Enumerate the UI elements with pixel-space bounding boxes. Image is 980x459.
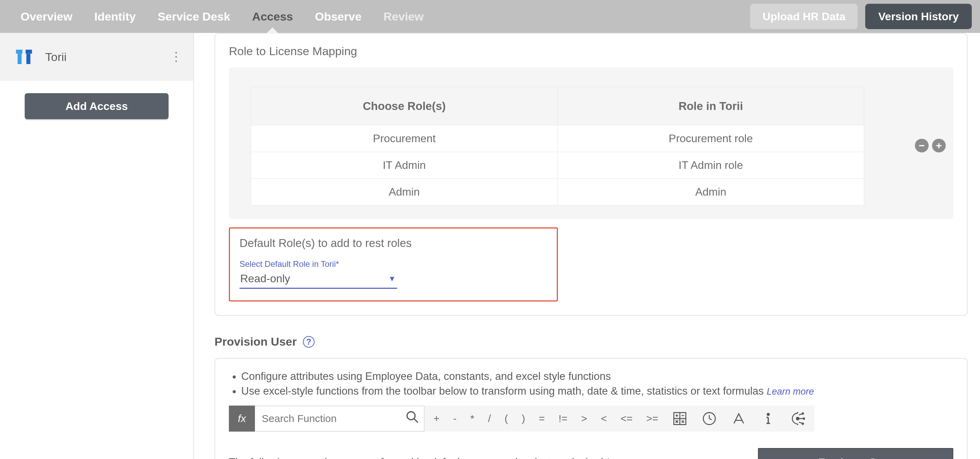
col-role-in-torii: Role in Torii — [557, 87, 864, 125]
svg-point-31 — [803, 418, 805, 419]
add-row-icon[interactable]: + — [932, 139, 946, 152]
sidebar-app-name: Torii — [45, 50, 162, 64]
search-icon[interactable] — [406, 410, 419, 427]
op-lte[interactable]: <= — [620, 413, 633, 424]
cell-left: Admin — [251, 179, 558, 205]
role-mapping-box: Choose Role(s) Role in Torii Procurement… — [229, 67, 953, 219]
provision-title: Provision User — [215, 335, 297, 348]
cell-right: IT Admin role — [557, 152, 864, 179]
role-mapping-title: Role to License Mapping — [229, 44, 953, 58]
top-actions: Upload HR Data Version History — [750, 4, 972, 29]
table-row[interactable]: Admin Admin — [251, 179, 864, 205]
top-nav: Overview Identity Service Desk Access Ob… — [0, 0, 980, 33]
provision-note: The following operations are performed b… — [229, 456, 610, 459]
function-search-input[interactable] — [262, 413, 401, 424]
default-role-select[interactable]: Read-only ▼ — [240, 271, 397, 289]
tab-access[interactable]: Access — [250, 1, 296, 32]
tab-identity[interactable]: Identity — [91, 1, 138, 32]
cell-left: IT Admin — [251, 152, 558, 179]
fx-icon: fx — [229, 405, 255, 432]
bullet-text: Use excel-style functions from the toolb… — [241, 385, 764, 397]
svg-rect-0 — [16, 50, 22, 54]
help-icon[interactable]: ? — [303, 336, 315, 348]
kebab-menu-icon[interactable]: ⋮ — [170, 51, 182, 63]
provision-bullets: Configure attributes using Employee Data… — [229, 369, 953, 399]
tab-service-desk[interactable]: Service Desk — [155, 1, 233, 32]
cell-left: Procurement — [251, 125, 558, 152]
default-role-value: Read-only — [240, 272, 290, 285]
employee-data-button[interactable]: Employee Data — [758, 448, 953, 459]
svg-rect-3 — [26, 54, 30, 64]
provision-header: Provision User ? — [215, 335, 968, 348]
tab-observe[interactable]: Observe — [312, 1, 364, 32]
svg-point-32 — [802, 423, 803, 424]
col-choose-roles: Choose Role(s) — [251, 87, 558, 125]
sidebar-app-row[interactable]: Torii ⋮ — [0, 33, 193, 81]
operator-strip: + - * / ( ) = != > < <= >= — [425, 405, 815, 432]
upload-hr-data-button[interactable]: Upload HR Data — [750, 4, 858, 29]
svg-point-20 — [767, 413, 769, 416]
math-icon[interactable] — [672, 411, 688, 426]
cell-right: Admin — [557, 179, 864, 205]
caret-down-icon: ▼ — [388, 274, 396, 283]
row-controls: − + — [915, 139, 946, 152]
svg-rect-1 — [26, 50, 32, 54]
op-eq[interactable]: = — [539, 413, 545, 424]
svg-point-24 — [796, 417, 799, 420]
svg-line-5 — [414, 419, 418, 423]
table-row[interactable]: IT Admin IT Admin role — [251, 152, 864, 179]
main-panel: Role to License Mapping Choose Role(s) R… — [194, 33, 980, 459]
sidebar: Torii ⋮ Add Access — [0, 33, 194, 459]
op-lparen[interactable]: ( — [505, 413, 508, 424]
add-access-button[interactable]: Add Access — [25, 93, 169, 119]
op-div[interactable]: / — [488, 413, 491, 424]
bullet-item: Use excel-style functions from the toolb… — [241, 384, 953, 399]
remove-row-icon[interactable]: − — [915, 139, 929, 152]
learn-more-link[interactable]: Learn more — [767, 386, 814, 397]
nav-tabs: Overview Identity Service Desk Access Ob… — [8, 1, 426, 32]
function-search[interactable] — [255, 405, 425, 432]
op-mult[interactable]: * — [471, 413, 474, 424]
formula-toolbar: fx + - * / ( ) = != — [229, 405, 953, 432]
default-role-label: Select Default Role in Torii* — [240, 259, 547, 269]
default-role-title: Default Role(s) to add to rest roles — [240, 237, 547, 250]
op-rparen[interactable]: ) — [522, 413, 525, 424]
tab-review[interactable]: Review — [381, 1, 426, 32]
ai-icon[interactable] — [790, 411, 806, 426]
op-lt[interactable]: < — [601, 413, 607, 424]
bullet-item: Configure attributes using Employee Data… — [241, 369, 953, 384]
svg-rect-2 — [18, 54, 22, 64]
svg-line-18 — [709, 419, 712, 420]
text-icon[interactable] — [731, 411, 747, 426]
version-history-button[interactable]: Version History — [865, 4, 972, 29]
torii-logo-icon — [11, 44, 37, 70]
op-plus[interactable]: + — [433, 413, 440, 424]
info-icon[interactable] — [760, 411, 776, 426]
role-mapping-table: Choose Role(s) Role in Torii Procurement… — [251, 87, 864, 205]
role-mapping-card: Role to License Mapping Choose Role(s) R… — [215, 33, 968, 316]
op-neq[interactable]: != — [558, 413, 568, 424]
default-role-box: Default Role(s) to add to rest roles Sel… — [229, 227, 558, 302]
cell-right: Procurement role — [557, 125, 864, 152]
op-gte[interactable]: >= — [646, 413, 658, 424]
provision-card: Configure attributes using Employee Data… — [215, 358, 968, 459]
op-gt[interactable]: > — [581, 413, 587, 424]
op-minus[interactable]: - — [453, 413, 457, 424]
provision-footer: The following operations are performed b… — [229, 448, 953, 459]
clock-icon[interactable] — [702, 411, 717, 426]
svg-point-4 — [407, 412, 415, 419]
tab-overview[interactable]: Overview — [18, 1, 75, 32]
svg-point-30 — [802, 413, 803, 414]
table-row[interactable]: Procurement Procurement role — [251, 125, 864, 152]
